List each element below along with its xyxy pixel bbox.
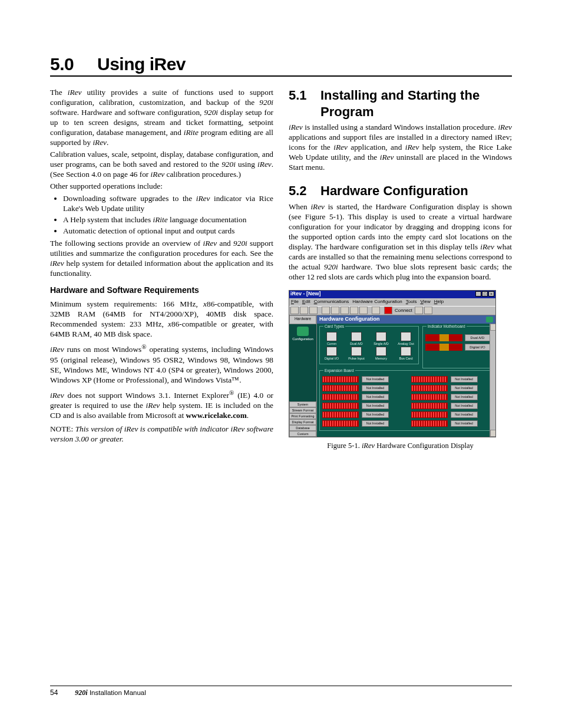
nav-hardware[interactable]: Hardware: [289, 315, 316, 324]
toolbar-separator: [369, 307, 371, 314]
menu-edit[interactable]: Edit: [302, 299, 310, 305]
expansion-slot[interactable]: [322, 403, 359, 409]
expansion-slot-row: Not Installed: [411, 385, 491, 391]
toolbar-button[interactable]: [322, 307, 330, 314]
card-icon: [351, 347, 362, 356]
toolbar-button[interactable]: [359, 307, 368, 314]
paragraph: The following sections provide an overvi…: [50, 238, 273, 278]
expansion-slot-label[interactable]: Not Installed: [451, 385, 478, 391]
panel-title: Card Types: [323, 324, 345, 329]
card-comm[interactable]: Comm: [322, 332, 341, 345]
menu-help[interactable]: Help: [434, 299, 444, 305]
panel-title: Expansion Board: [323, 368, 355, 373]
subsection-title: Hardware Configuration: [320, 183, 468, 199]
card-icon: [376, 332, 386, 341]
nav-system-parameters[interactable]: System Parame…: [289, 401, 316, 407]
nav-custom[interactable]: Custom: [289, 431, 316, 437]
paragraph: iRev does not support Windows 3.1. Inter…: [50, 388, 273, 420]
expansion-slot[interactable]: [411, 376, 448, 383]
expansion-slot-label[interactable]: Not Installed: [362, 403, 389, 409]
toolbar-button[interactable]: [309, 307, 318, 314]
paragraph: iRev runs on most Windows® operating sys…: [50, 342, 273, 384]
card-bus-card[interactable]: Bus Card: [396, 347, 415, 360]
expansion-slot-label[interactable]: Not Installed: [362, 376, 389, 383]
header-icon[interactable]: [486, 317, 493, 322]
nav-display-format[interactable]: Display Format: [289, 419, 316, 425]
expansion-slot-label[interactable]: Not Installed: [451, 420, 478, 427]
toolbar-button[interactable]: [340, 307, 349, 314]
expansion-slot-label[interactable]: Not Installed: [362, 385, 389, 391]
expansion-slot[interactable]: [322, 394, 359, 400]
right-column: 5.1 Installing and Starting the Program …: [289, 87, 512, 454]
mb-slot-button[interactable]: Dual A/D: [465, 334, 490, 341]
two-column-body: The iRev utility provides a suite of fun…: [50, 87, 512, 454]
expansion-slot-label[interactable]: Not Installed: [451, 376, 478, 383]
card-types-panel: Card Types Comm Dual A/D Single A/D Anal…: [319, 326, 419, 364]
expansion-slot[interactable]: [322, 420, 359, 427]
card-analog-out[interactable]: Analog Out: [396, 332, 415, 345]
toolbar-button[interactable]: [424, 307, 432, 314]
expansion-slot-label[interactable]: Not Installed: [362, 394, 389, 400]
close-icon[interactable]: ×: [488, 291, 494, 297]
card-memory[interactable]: Memory: [372, 347, 391, 360]
nav-stream-format[interactable]: Stream Format: [289, 407, 316, 413]
expansion-slot-label[interactable]: Not Installed: [451, 411, 478, 418]
expansion-slot[interactable]: [411, 403, 448, 409]
toolbar-button[interactable]: [415, 307, 423, 314]
expansion-slot-label[interactable]: Not Installed: [451, 403, 478, 409]
nav-database[interactable]: Database: [289, 425, 316, 431]
minimize-icon[interactable]: _: [475, 291, 481, 297]
bullet-list: Downloading software upgrades to the iRe…: [63, 193, 273, 236]
expansion-slot-label[interactable]: Not Installed: [451, 394, 478, 400]
expansion-slot[interactable]: [322, 411, 359, 418]
card-icon: [351, 332, 362, 341]
expansion-slot-row: Not Installed: [322, 420, 402, 427]
menu-communications[interactable]: Communications: [314, 299, 349, 305]
toolbar-button[interactable]: [300, 307, 308, 314]
menu-view[interactable]: View: [420, 299, 430, 305]
main-header: Hardware Configuration: [317, 315, 495, 324]
card-single-ad[interactable]: Single A/D: [372, 332, 391, 345]
card-digital-io[interactable]: Digital I/O: [322, 347, 341, 360]
footer-title-italic: 920i: [75, 689, 87, 697]
toolbar-button[interactable]: [290, 307, 299, 314]
menu-bar: File Edit Communications Hardware Config…: [289, 298, 495, 306]
figure-caption: Figure 5-1. iRev Hardware Configuration …: [289, 441, 512, 450]
mb-slot-button[interactable]: Digital I/O: [465, 344, 490, 351]
nav-print-formatting[interactable]: Print Formatting: [289, 413, 316, 419]
expansion-slot[interactable]: [411, 385, 448, 391]
menu-tools[interactable]: Tools: [406, 299, 417, 305]
expansion-slot[interactable]: [322, 376, 359, 383]
subsection-heading: 5.2 Hardware Configuration: [289, 183, 512, 199]
toolbar-button[interactable]: [384, 307, 392, 314]
toolbar-button[interactable]: [372, 307, 380, 314]
main-header-title: Hardware Configuration: [319, 316, 380, 323]
expansion-slot[interactable]: [322, 385, 359, 391]
menu-file[interactable]: File: [291, 299, 299, 305]
expansion-slot-label[interactable]: Not Installed: [362, 420, 389, 427]
window-buttons: _□×: [475, 291, 494, 297]
expansion-slot-row: Not Installed: [322, 403, 402, 409]
expansion-slot-row: Not Installed: [411, 394, 491, 400]
nav-icon-label: Configuration: [292, 337, 313, 342]
footer-title-rest: Installation Manual: [88, 689, 146, 696]
menu-hardware-configuration[interactable]: Hardware Configuration: [352, 299, 402, 305]
expansion-slot[interactable]: [411, 420, 448, 427]
subsection-number: 5.1: [289, 87, 320, 104]
nav-bottom-group: System Parame… Stream Format Print Forma…: [289, 401, 316, 437]
card-dual-ad[interactable]: Dual A/D: [347, 332, 366, 345]
expansion-slot[interactable]: [411, 411, 448, 418]
expansion-slot-label[interactable]: Not Installed: [362, 411, 389, 418]
toolbar-button[interactable]: [350, 307, 358, 314]
mb-slot[interactable]: [425, 344, 462, 351]
mb-slot-row: Digital I/O: [425, 344, 490, 351]
mb-slot[interactable]: [425, 334, 462, 341]
maximize-icon[interactable]: □: [482, 291, 488, 297]
vertical-scrollbar[interactable]: [490, 324, 495, 437]
toolbar-connect-label[interactable]: Connect: [395, 308, 412, 314]
expansion-slot[interactable]: [411, 394, 448, 400]
toolbar-separator: [319, 307, 320, 314]
card-pulse-input[interactable]: Pulse Input: [347, 347, 366, 360]
toolbar-button[interactable]: [331, 307, 339, 314]
nav-icon[interactable]: [297, 327, 309, 336]
